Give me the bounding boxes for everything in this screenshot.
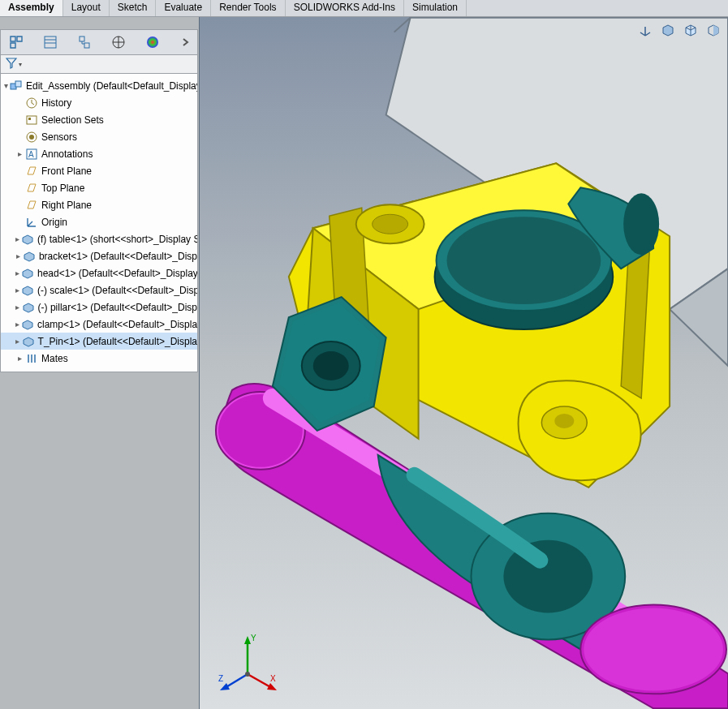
tree-item-label: (-) scale<1> (Default<<Default>_Disp [37, 285, 197, 296]
tree-item-label: Front Plane [41, 165, 92, 177]
caret-icon[interactable]: ▸ [15, 269, 19, 277]
tree-item-annotations[interactable]: ▸ A Annotations [1, 145, 197, 162]
svg-point-31 [554, 414, 574, 428]
tree-item-label: bracket<1> (Default<<Default>_Disp [39, 251, 197, 262]
ribbon-tab-layout[interactable]: Layout [63, 0, 110, 16]
tree-item-label: Selection Sets [41, 114, 104, 126]
origin-icon [25, 216, 38, 229]
svg-point-41 [313, 351, 349, 380]
tree-item-clamp[interactable]: ▸ clamp<1> (Default<<Default>_Displa [1, 316, 197, 333]
ribbon-tab-addins[interactable]: SOLIDWORKS Add-Ins [286, 0, 404, 16]
coordinate-triad: Y X Z [215, 630, 280, 694]
tree-item-sensors[interactable]: Sensors [1, 128, 197, 145]
view-cube-iso-icon[interactable] [681, 20, 700, 40]
selection-sets-icon [25, 114, 38, 127]
caret-icon[interactable]: ▸ [15, 286, 19, 294]
caret-icon[interactable]: ▸ [15, 234, 19, 243]
feature-manager-panel: ▾ ▾ Edit_Assembly (Default<Default_Displ… [0, 29, 198, 709]
view-cube-front-icon[interactable] [658, 20, 678, 40]
panel-overflow-icon[interactable] [179, 35, 194, 49]
tree-item-history[interactable]: History [1, 94, 197, 111]
svg-marker-49 [220, 683, 230, 690]
tree-item-right-plane[interactable]: Right Plane [1, 196, 197, 213]
tree-item-label: Origin [41, 217, 67, 228]
svg-rect-0 [45, 37, 56, 48]
svg-point-50 [245, 672, 250, 677]
svg-point-43 [584, 608, 723, 691]
svg-point-37 [623, 193, 659, 255]
sensors-icon [25, 131, 38, 144]
svg-line-46 [248, 674, 272, 688]
mates-icon [25, 352, 38, 365]
tree-item-label: Top Plane [41, 183, 84, 194]
feature-manager-tree-icon[interactable] [9, 35, 24, 49]
caret-icon[interactable]: ▸ [15, 251, 21, 260]
configuration-manager-icon[interactable] [77, 35, 92, 49]
tree-item-scale[interactable]: ▸ (-) scale<1> (Default<<Default>_Disp [1, 281, 197, 299]
caret-icon[interactable]: ▸ [15, 149, 24, 158]
caret-icon[interactable]: ▸ [15, 303, 20, 312]
filter-dropdown-icon[interactable]: ▾ [19, 61, 22, 68]
ribbon-tabs: Assembly Layout Sketch Evaluate Render T… [0, 0, 728, 17]
tree-item-head[interactable]: ▸ head<1> (Default<<Default>_Display [1, 264, 197, 281]
caret-icon[interactable]: ▸ [15, 320, 19, 329]
view-cube-right-icon[interactable] [704, 20, 723, 40]
svg-point-33 [373, 214, 408, 234]
tree-filter-bar[interactable]: ▾ [0, 55, 198, 74]
svg-text:A: A [28, 150, 34, 159]
graphics-viewport[interactable] [199, 17, 728, 709]
tree-item-mates[interactable]: ▸ Mates [1, 350, 197, 367]
triad-z-label: Z [218, 674, 223, 683]
part-icon [21, 233, 34, 246]
svg-rect-10 [15, 81, 21, 87]
panel-tab-strip [0, 29, 198, 55]
part-icon [22, 335, 35, 348]
tree-item-pillar[interactable]: ▸ (-) pillar<1> (Default<<Default>_Disp [1, 299, 197, 316]
model-render [200, 17, 728, 709]
plane-icon [25, 165, 38, 178]
tree-item-table[interactable]: ▸ (f) table<1> (short<<short>_Display S [1, 230, 197, 247]
tree-item-selection-sets[interactable]: Selection Sets [1, 111, 197, 128]
tree-item-tpin[interactable]: ▸ T_Pin<1> (Default<<Default>_Displa [1, 333, 197, 350]
tree-item-top-plane[interactable]: Top Plane [1, 179, 197, 196]
tree-item-origin[interactable]: Origin [1, 213, 197, 230]
tree-item-front-plane[interactable]: Front Plane [1, 162, 197, 179]
view-orientation-hud [635, 20, 723, 40]
ribbon-tab-evaluate[interactable]: Evaluate [156, 0, 211, 16]
tree-item-label: T_Pin<1> (Default<<Default>_Displa [38, 336, 197, 347]
feature-tree[interactable]: ▾ Edit_Assembly (Default<Default_Display… [0, 74, 198, 372]
svg-rect-13 [28, 118, 31, 120]
tree-item-bracket[interactable]: ▸ bracket<1> (Default<<Default>_Disp [1, 247, 197, 264]
tree-root-label: Edit_Assembly (Default<Default_Display S [26, 80, 197, 92]
tree-item-label: Sensors [41, 131, 77, 143]
tree-item-label: Annotations [41, 148, 93, 160]
caret-icon[interactable]: ▸ [15, 337, 20, 346]
dimxpert-manager-icon[interactable] [111, 35, 126, 49]
caret-icon[interactable]: ▸ [15, 354, 24, 363]
history-icon [25, 97, 38, 110]
triad-x-label: X [270, 674, 276, 683]
part-icon [22, 301, 35, 314]
assembly-icon [10, 79, 23, 92]
plane-icon [25, 199, 38, 212]
funnel-icon [6, 58, 17, 71]
svg-point-36 [447, 217, 601, 304]
view-origin-triad-icon[interactable] [635, 20, 655, 40]
ribbon-tab-assembly[interactable]: Assembly [0, 0, 63, 16]
ribbon-tab-sketch[interactable]: Sketch [110, 0, 157, 16]
ribbon-tab-render[interactable]: Render Tools [211, 0, 286, 16]
svg-rect-12 [27, 116, 37, 124]
svg-line-48 [225, 674, 248, 688]
property-manager-icon[interactable] [43, 35, 58, 49]
triad-y-label: Y [251, 634, 256, 642]
caret-icon[interactable]: ▾ [4, 81, 8, 90]
tree-item-label: Right Plane [41, 200, 92, 211]
tree-item-label: Mates [41, 353, 68, 364]
tree-item-label: (f) table<1> (short<<short>_Display S [37, 234, 197, 245]
display-manager-icon[interactable] [145, 35, 160, 49]
svg-point-8 [147, 37, 158, 48]
tree-root[interactable]: ▾ Edit_Assembly (Default<Default_Display… [1, 77, 197, 94]
tree-item-label: clamp<1> (Default<<Default>_Displa [37, 319, 197, 330]
ribbon-tab-sim[interactable]: Simulation [404, 0, 467, 16]
part-icon [23, 250, 36, 263]
